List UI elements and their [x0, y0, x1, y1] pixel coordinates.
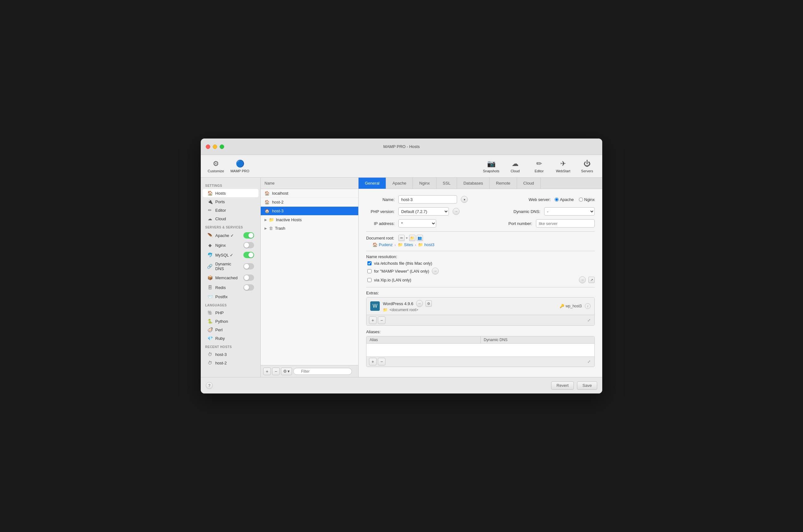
- wp-settings-icon[interactable]: ⚙: [426, 300, 432, 307]
- tab-databases[interactable]: Databases: [457, 178, 489, 189]
- name-input[interactable]: [398, 195, 457, 204]
- sidebar-item-editor[interactable]: ✏ Editor: [203, 206, 259, 214]
- tab-ssl[interactable]: SSL: [436, 178, 457, 189]
- extras-label: Extras:: [366, 291, 595, 295]
- mysql-toggle[interactable]: [243, 252, 254, 258]
- host-list-header: Name: [261, 178, 358, 189]
- snapshots-button[interactable]: 📷 Snapshots: [480, 157, 503, 175]
- revert-button[interactable]: Revert: [551, 381, 574, 390]
- extras-add-btn[interactable]: +: [369, 317, 377, 324]
- tab-remote[interactable]: Remote: [489, 178, 517, 189]
- tab-general[interactable]: General: [359, 178, 386, 189]
- nr-option1-checkbox[interactable]: [368, 261, 372, 265]
- help-button[interactable]: ?: [206, 382, 213, 389]
- host-item-host3[interactable]: 🏠 host-3: [261, 207, 358, 215]
- trash-label: Trash: [275, 226, 285, 231]
- wp-arrow-btn[interactable]: →: [416, 300, 423, 307]
- extras-expand-icon[interactable]: ⤢: [586, 318, 592, 323]
- close-button[interactable]: [206, 145, 210, 149]
- cloud-button[interactable]: ☁ Cloud: [504, 157, 526, 175]
- aliases-expand-icon[interactable]: ⤢: [586, 359, 592, 364]
- maximize-button[interactable]: [220, 145, 224, 149]
- port-number-input[interactable]: [536, 219, 595, 228]
- xip-share-icon[interactable]: ↗: [589, 277, 595, 283]
- sidebar-item-ports[interactable]: 🔌 Ports: [203, 197, 259, 206]
- sidebar-item-postfix[interactable]: 📨 Postfix: [203, 292, 259, 301]
- mamp-pro-button[interactable]: 🔵 MAMP PRO: [228, 157, 251, 175]
- extras-remove-btn[interactable]: −: [378, 317, 386, 324]
- breadcrumb-host3[interactable]: 📁 host3: [418, 242, 434, 247]
- nr-option2-checkbox[interactable]: [368, 269, 372, 273]
- sidebar-recent-host3[interactable]: ⏱ host-3: [203, 350, 259, 358]
- tab-cloud[interactable]: Cloud: [517, 178, 541, 189]
- sidebar-item-redis[interactable]: 🗄 Redis: [203, 283, 259, 292]
- apache-toggle[interactable]: [243, 232, 254, 239]
- sidebar-item-perl[interactable]: 🦪 Perl: [203, 326, 259, 334]
- redis-toggle[interactable]: [243, 284, 254, 291]
- sidebar-item-apache[interactable]: 🪶 Apache ✓: [203, 231, 259, 240]
- mamp-pro-label: MAMP PRO: [230, 169, 249, 173]
- sidebar-item-cloud[interactable]: ☁ Cloud: [203, 214, 259, 223]
- apache-radio-option[interactable]: Apache: [555, 197, 574, 202]
- host-item-localhost[interactable]: 🏠 localhost: [261, 189, 358, 198]
- breadcrumb-sites[interactable]: 📁 Sites: [398, 242, 413, 247]
- servers-button[interactable]: ⏻ Servers: [576, 157, 598, 175]
- aliases-header: Alias Dynamic DNS: [367, 336, 594, 344]
- extras-info-icon[interactable]: i: [585, 303, 591, 309]
- apache-radio[interactable]: [555, 197, 559, 202]
- sidebar-item-hosts[interactable]: 🏠 Hosts: [203, 189, 259, 197]
- sidebar-recent-host2[interactable]: ⏱ host-2: [203, 359, 259, 367]
- nginx-radio-option[interactable]: Nginx: [579, 197, 595, 202]
- webstart-button[interactable]: ✈ WebStart: [552, 157, 575, 175]
- tab-apache[interactable]: Apache: [386, 178, 413, 189]
- sidebar-item-mysql[interactable]: 🐬 MySQL ✓: [203, 250, 259, 260]
- host-list-pane: Name 🏠 localhost 🏠 host-2 🏠 host-3 ▶ 📁: [261, 178, 359, 377]
- tab-nginx[interactable]: Nginx: [413, 178, 436, 189]
- sidebar-item-dynamic-dns[interactable]: 🔗 Dynamic DNS: [203, 260, 259, 273]
- save-button[interactable]: Save: [577, 381, 597, 390]
- host2-icon: 🏠: [264, 200, 269, 205]
- minimize-button[interactable]: [213, 145, 217, 149]
- dynamic-dns-select[interactable]: -: [544, 207, 595, 215]
- php-version-select[interactable]: Default (7.2.7): [398, 207, 449, 215]
- php-icon: 🐘: [207, 310, 213, 315]
- sidebar-item-memcached[interactable]: 📦 Memcached: [203, 273, 259, 282]
- nginx-radio[interactable]: [579, 197, 583, 202]
- doc-root-folder-icon[interactable]: 📁: [409, 235, 415, 241]
- breadcrumb-home[interactable]: 🏠 Pudenz: [372, 242, 393, 247]
- host-gear-button[interactable]: ⚙ ▾: [281, 367, 292, 375]
- php-version-row: PHP version: Default (7.2.7) → Dynamic D…: [366, 207, 595, 215]
- name-dropdown-btn[interactable]: ▾: [461, 196, 468, 203]
- nr-option2-row: for "MAMP Viewer" (LAN only) →: [366, 268, 595, 274]
- nginx-toggle[interactable]: [243, 242, 254, 248]
- editor-button[interactable]: ✏ Editor: [528, 157, 550, 175]
- doc-root-edit-icon[interactable]: ✏: [398, 235, 405, 241]
- remove-host-button[interactable]: −: [272, 367, 280, 375]
- content-area: SETTINGS 🏠 Hosts 🔌 Ports ✏ Editor ☁ Clou…: [201, 178, 602, 377]
- aliases-remove-btn[interactable]: −: [378, 358, 386, 365]
- extras-row-wp[interactable]: W WordPress 4.9.6 → ⚙ 📁 <document root>: [367, 298, 594, 315]
- xip-arrow-btn[interactable]: →: [579, 277, 586, 283]
- sidebar-item-python[interactable]: 🐍 Python: [203, 317, 259, 325]
- add-host-button[interactable]: +: [263, 367, 271, 375]
- host-group-trash[interactable]: ▶ 🗑 Trash: [261, 224, 358, 232]
- sidebar-item-nginx[interactable]: ◆ Nginx: [203, 241, 259, 250]
- memcached-toggle[interactable]: [243, 274, 254, 281]
- dynamic-dns-toggle[interactable]: [243, 263, 254, 269]
- ip-address-select[interactable]: *: [398, 219, 436, 228]
- filter-input[interactable]: [293, 368, 352, 375]
- sites-folder-icon: 📁: [398, 242, 403, 247]
- host-group-inactive[interactable]: ▶ 📁 Inactive Hosts: [261, 215, 358, 224]
- gear-icon: ⚙: [283, 369, 287, 374]
- nr-option3-checkbox[interactable]: [368, 278, 372, 282]
- php-version-arrow-btn[interactable]: →: [453, 208, 460, 215]
- host-item-host2[interactable]: 🏠 host-2: [261, 198, 358, 207]
- nr-option2-arrow[interactable]: →: [432, 268, 439, 274]
- customize-button[interactable]: ⚙ Customize: [205, 157, 227, 175]
- aliases-add-btn[interactable]: +: [369, 358, 377, 365]
- sidebar-item-ruby[interactable]: 💎 Ruby: [203, 334, 259, 342]
- doc-root-users-icon[interactable]: 👥: [417, 235, 423, 241]
- sidebar-item-php[interactable]: 🐘 PHP: [203, 309, 259, 317]
- detail-content: Name: ▾ Web server: Apache Nginx: [359, 189, 602, 377]
- inactive-expand-icon: ▶: [264, 218, 267, 222]
